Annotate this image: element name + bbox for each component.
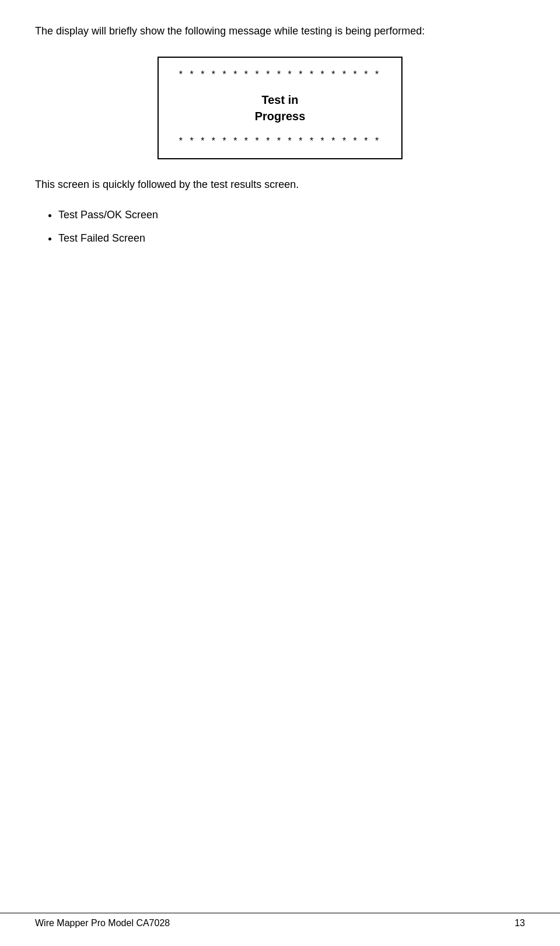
display-title: Test in Progress [176,92,384,124]
list-item-pass: Test Pass/OK Screen [58,204,525,225]
footer-model-text: Wire Mapper Pro Model CA7028 [35,918,170,928]
stars-bottom: * * * * * * * * * * * * * * * * * * * [176,136,384,146]
results-list: Test Pass/OK Screen Test Failed Screen [35,204,525,249]
follow-text: This screen is quickly followed by the t… [35,177,525,193]
display-title-line2: Progress [255,110,306,123]
page-content: The display will briefly show the follow… [0,0,560,298]
footer-page-number: 13 [514,918,525,928]
page-footer: Wire Mapper Pro Model CA7028 13 [0,913,560,928]
display-title-line1: Test in [262,93,299,106]
stars-top: * * * * * * * * * * * * * * * * * * * [176,69,384,80]
intro-paragraph: The display will briefly show the follow… [35,23,525,39]
list-item-failed: Test Failed Screen [58,228,525,249]
display-box: * * * * * * * * * * * * * * * * * * * Te… [158,57,402,159]
